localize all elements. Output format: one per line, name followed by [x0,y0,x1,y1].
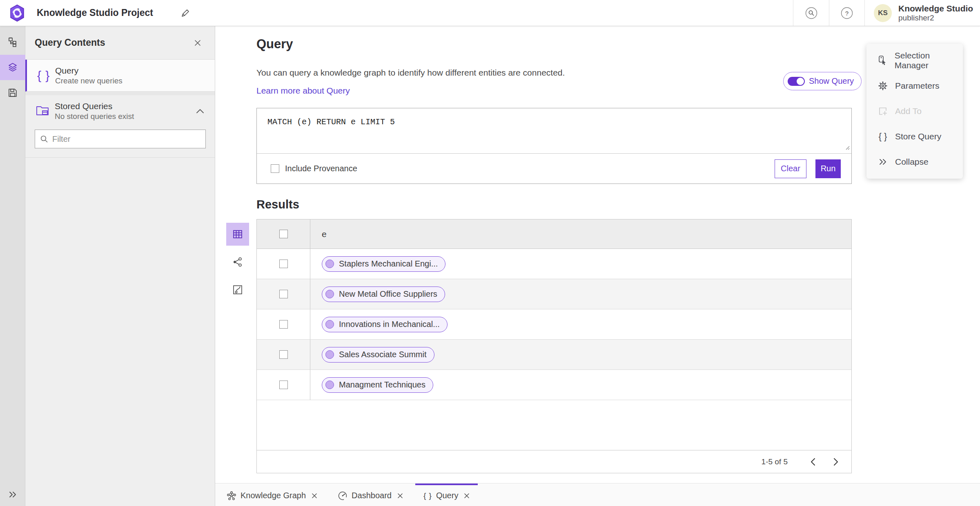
next-page-button[interactable] [827,454,845,470]
double-chevron-right-icon [877,158,889,166]
close-tab-button[interactable] [397,493,403,499]
svg-text:?: ? [845,9,849,16]
row-checkbox[interactable] [279,320,288,329]
run-button[interactable]: Run [815,159,841,178]
learn-more-link[interactable]: Learn more about Query [256,86,350,96]
search-icon [40,135,48,143]
braces-icon: { } [37,69,55,83]
dashboard-icon [338,491,347,501]
close-tab-button[interactable] [464,493,470,499]
entity-dot-icon [325,350,334,359]
edit-title-button[interactable] [178,6,192,20]
parameters-button[interactable]: Parameters [866,73,963,99]
close-panel-button[interactable] [191,36,204,49]
include-provenance-checkbox[interactable] [271,164,279,173]
select-all-checkbox[interactable] [279,230,288,238]
table-row[interactable]: Innovations in Mechanical... [257,309,851,340]
filter-section [25,127,215,158]
app-name: Knowledge Studio [898,4,974,13]
selection-manager-button[interactable]: Selection Manager [866,48,963,73]
table-view-button[interactable] [226,223,249,246]
map-view-button[interactable] [226,278,249,301]
save-icon [7,87,18,98]
rail-item-data-model[interactable] [0,29,25,55]
table-row[interactable]: Sales Associate Summit [257,340,851,370]
entity-label: Staplers Mechanical Engi... [339,259,438,269]
row-checkbox[interactable] [279,290,288,298]
add-to-label: Add To [895,106,922,116]
entity-dot-icon [325,260,334,268]
resize-grip[interactable] [844,145,850,152]
entity-pill[interactable]: New Metal Office Suppliers [322,287,445,302]
entity-pill[interactable]: Innovations in Mechanical... [322,317,448,332]
include-provenance-label: Include Provenance [285,164,357,173]
search-button[interactable] [793,0,829,26]
help-button[interactable]: ? [829,0,865,26]
rail-item-contents[interactable] [0,55,25,80]
query-input[interactable]: MATCH (e) RETURN e LIMIT 5 [257,108,851,153]
clear-button[interactable]: Clear [775,159,806,178]
top-bar: Knowledge Studio Project ? KS Knowledge … [0,0,980,26]
entity-dot-icon [325,290,334,298]
main-content: Query You can query a knowledge graph to… [215,26,980,506]
row-checkbox[interactable] [279,381,288,389]
query-editor-footer: Include Provenance Clear Run [257,153,851,184]
table-row[interactable]: Staplers Mechanical Engi... [257,249,851,279]
toggle-label: Show Query [809,76,854,86]
avatar[interactable]: KS [874,4,892,22]
results-title: Results [256,198,299,211]
tab-query[interactable]: { } Query [415,484,478,506]
panel-title: Query Contents [35,37,105,48]
filter-input[interactable] [52,134,200,144]
table-row[interactable]: New Metal Office Suppliers [257,279,851,309]
query-item-label: Query [55,66,122,76]
entity-dot-icon [325,381,334,389]
sidebar-item-stored-queries[interactable]: Stored Queries No stored queries exist [25,95,215,127]
link-chart-view-button[interactable] [226,251,249,273]
topbar-actions: ? KS Knowledge Studio publisher2 [793,0,980,26]
knowledge-studio-logo-icon [8,4,26,22]
query-item-sublabel: Create new queries [55,76,122,85]
tab-label: Query [436,491,458,500]
close-tab-button[interactable] [312,493,317,499]
filter-field [35,130,206,148]
collapse-panel-button[interactable]: Collapse [866,149,963,175]
entity-pill[interactable]: Staplers Mechanical Engi... [322,256,445,272]
row-checkbox[interactable] [279,350,288,359]
row-checkbox[interactable] [279,260,288,268]
query-text: MATCH (e) RETURN e LIMIT 5 [267,117,841,127]
tab-dashboard[interactable]: Dashboard [330,484,411,506]
table-view-icon [232,229,243,240]
table-empty-space [257,400,851,450]
user-name: publisher2 [898,13,974,22]
rail-item-save[interactable] [0,80,25,105]
user-menu[interactable]: Knowledge Studio publisher2 [898,4,980,22]
help-icon: ? [841,7,853,19]
selection-manager-label: Selection Manager [895,51,963,70]
query-description: You can query a knowledge graph to ident… [256,68,565,78]
braces-icon: { } [423,491,432,500]
toggle-switch[interactable] [788,77,805,86]
data-model-icon [7,37,18,47]
tab-knowledge-graph[interactable]: Knowledge Graph [218,484,325,506]
table-row[interactable]: Managment Techniques [257,370,851,400]
add-to-icon [877,106,889,116]
parameters-label: Parameters [895,81,940,91]
tab-label: Dashboard [352,491,392,500]
table-pagination: 1-5 of 5 [257,450,851,473]
show-query-toggle[interactable]: Show Query [783,72,862,90]
stored-queries-sublabel: No stored queries exist [55,112,134,121]
previous-page-button[interactable] [804,454,822,470]
entity-pill[interactable]: Managment Techniques [322,377,433,393]
close-icon [464,493,470,499]
pencil-icon [180,8,190,18]
expand-rail-button[interactable] [0,486,25,503]
chevron-right-icon [833,458,839,466]
store-query-button[interactable]: { } Store Query [866,124,963,149]
sidebar-item-query[interactable]: { } Query Create new queries [25,60,215,92]
collapse-stored-queries-button[interactable] [196,109,204,114]
pagination-label: 1-5 of 5 [762,457,788,466]
query-tools-panel: Selection Manager Paramete [866,44,963,179]
entity-pill[interactable]: Sales Associate Summit [322,347,434,363]
results-table: e Staplers Mechanical Engi... New Metal … [256,219,852,473]
